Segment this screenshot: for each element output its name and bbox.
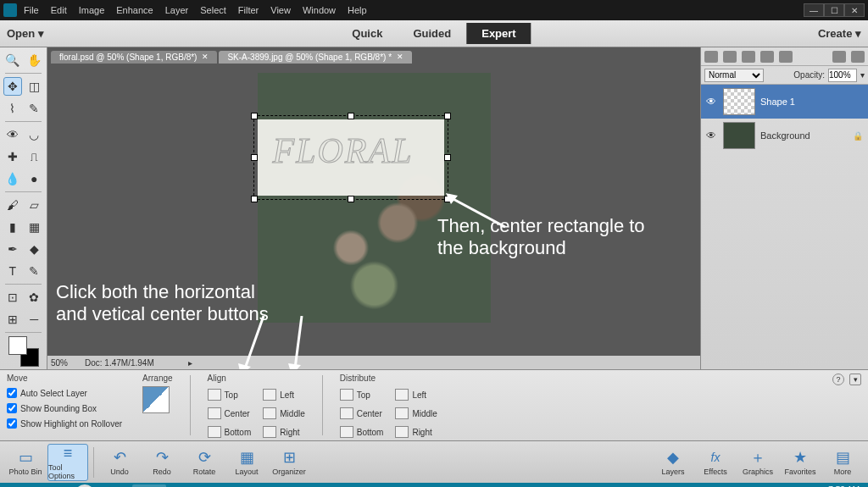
menu-image[interactable]: Image <box>79 5 105 15</box>
menu-layer[interactable]: Layer <box>165 5 189 15</box>
close-button[interactable]: ✕ <box>844 3 865 17</box>
trash-icon[interactable] <box>832 51 846 63</box>
arrange-swatch[interactable] <box>142 386 170 413</box>
eraser-tool[interactable]: ▱ <box>25 196 44 214</box>
clone-tool[interactable]: ⎍ <box>25 147 44 166</box>
mode-guided[interactable]: Guided <box>398 23 466 44</box>
bounding-box-checkbox[interactable] <box>7 403 17 413</box>
menu-enhance[interactable]: Enhance <box>116 5 153 15</box>
titlebar: File Edit Image Enhance Layer Select Fil… <box>0 0 868 20</box>
menu-filter[interactable]: Filter <box>238 5 259 15</box>
eyedropper-tool[interactable]: ✒ <box>3 240 22 258</box>
layout-button[interactable]: ▦Layout <box>226 444 267 481</box>
annotation-1: Then, center rectangle tothe background <box>437 215 645 260</box>
highlight-rollover-checkbox[interactable] <box>7 418 17 429</box>
bucket-tool[interactable]: ▮ <box>3 218 22 236</box>
layers-button[interactable]: ◆Layers <box>653 444 693 481</box>
undo-button[interactable]: ↶Undo <box>99 444 140 481</box>
opacity-dropdown-icon[interactable]: ▾ <box>860 70 865 80</box>
layer-group-icon[interactable] <box>723 51 737 63</box>
align-top-button[interactable] <box>208 389 221 401</box>
align-right-button[interactable] <box>263 426 276 438</box>
menu-view[interactable]: View <box>270 5 291 15</box>
zoom-tool[interactable]: 🔍 <box>3 51 22 69</box>
redeye-tool[interactable]: 👁 <box>3 125 22 144</box>
close-panel-icon[interactable]: ▾ <box>849 374 861 385</box>
new-layer-icon[interactable] <box>704 51 718 63</box>
dist-right-button[interactable] <box>395 426 409 438</box>
healing-tool[interactable]: ✚ <box>3 147 22 166</box>
menu-select[interactable]: Select <box>200 5 226 15</box>
mode-quick[interactable]: Quick <box>337 23 398 44</box>
blend-mode-select[interactable]: Normal <box>704 69 764 82</box>
effects-button[interactable]: fxEffects <box>695 444 736 481</box>
create-button[interactable]: Create ▾ <box>818 27 861 40</box>
tab-sk-a-3899[interactable]: SK-A-3899.jpg @ 50% (Shape 1, RGB/8*) *✕ <box>219 51 412 64</box>
sponge-tool[interactable]: ● <box>25 169 44 188</box>
layer-shape-1[interactable]: 👁 Shape 1 <box>701 85 868 119</box>
menu-file[interactable]: File <box>24 5 39 15</box>
menu-edit[interactable]: Edit <box>51 5 67 15</box>
dist-center-button[interactable] <box>340 407 353 419</box>
dist-top-button[interactable] <box>340 389 353 401</box>
minimize-button[interactable]: — <box>804 3 824 17</box>
recompose-tool[interactable]: ⊞ <box>3 310 22 329</box>
panel-menu-icon[interactable] <box>851 51 865 63</box>
more-button[interactable]: ▤More <box>822 444 863 481</box>
close-icon[interactable]: ✕ <box>202 53 209 61</box>
mode-expert[interactable]: Expert <box>466 23 531 44</box>
option-bar: Open ▾ Quick Guided Expert Create ▾ <box>0 20 868 47</box>
auto-select-checkbox[interactable] <box>7 388 17 398</box>
quick-select-tool[interactable]: ✎ <box>25 99 44 118</box>
canvas[interactable]: FLORAL Then, center rectangle tothe back… <box>47 66 700 356</box>
move-tool[interactable]: ✥ <box>3 77 22 96</box>
align-center-button[interactable] <box>208 407 221 419</box>
menu-window[interactable]: Window <box>303 5 336 15</box>
maximize-button[interactable]: ☐ <box>824 3 844 17</box>
zoom-level[interactable]: 50% <box>51 358 68 368</box>
opacity-label: Opacity: <box>793 70 825 80</box>
tool-options-button[interactable]: ≡Tool Options <box>47 444 88 481</box>
lasso-tool[interactable]: ⌇ <box>3 99 22 118</box>
shape-tool[interactable]: ◆ <box>25 240 44 258</box>
crop-tool[interactable]: ⊡ <box>3 288 22 307</box>
rotate-button[interactable]: ⟳Rotate <box>184 444 225 481</box>
gradient-tool[interactable]: ▦ <box>25 218 44 236</box>
layer-background[interactable]: 👁 Background 🔒 <box>701 119 868 152</box>
favorites-button[interactable]: ★Favorites <box>780 444 821 481</box>
align-bottom-button[interactable] <box>208 426 221 438</box>
marquee-tool[interactable]: ◫ <box>25 77 44 96</box>
color-wells[interactable] <box>8 336 39 367</box>
dist-bottom-button[interactable] <box>340 426 353 438</box>
pencil-tool[interactable]: ✎ <box>25 262 44 280</box>
opacity-input[interactable] <box>828 69 857 82</box>
lock-icon[interactable] <box>760 51 774 63</box>
visibility-icon[interactable]: 👁 <box>706 130 718 141</box>
dist-middle-button[interactable] <box>395 407 409 419</box>
open-button[interactable]: Open ▾ <box>7 27 44 40</box>
help-icon[interactable]: ? <box>832 374 844 385</box>
dist-left-button[interactable] <box>395 389 409 401</box>
menu-help[interactable]: Help <box>348 5 367 15</box>
blur-tool[interactable]: 💧 <box>3 169 22 188</box>
organizer-button[interactable]: ⊞Organizer <box>269 444 309 481</box>
visibility-icon[interactable]: 👁 <box>706 96 718 108</box>
whiten-tool[interactable]: ◡ <box>25 125 44 144</box>
tab-floral[interactable]: floral.psd @ 50% (Shape 1, RGB/8*)✕ <box>51 51 217 64</box>
hand-tool[interactable]: ✋ <box>25 51 44 69</box>
close-icon[interactable]: ✕ <box>397 53 403 61</box>
adjustment-icon[interactable] <box>742 51 755 63</box>
link-icon[interactable] <box>779 51 793 63</box>
brush-tool[interactable]: 🖌 <box>3 196 22 214</box>
photo-bin-button[interactable]: ▭Photo Bin <box>5 444 46 481</box>
tool-name: Move <box>7 374 125 383</box>
redo-button[interactable]: ↷Redo <box>142 444 182 481</box>
text-tool[interactable]: T <box>3 262 22 280</box>
straighten-tool[interactable]: ─ <box>25 310 44 329</box>
selection-bounding-box[interactable] <box>253 115 448 200</box>
bottom-bar: ▭Photo Bin ≡Tool Options ↶Undo ↷Redo ⟳Ro… <box>0 440 868 483</box>
align-left-button[interactable] <box>263 389 276 401</box>
graphics-button[interactable]: ＋Graphics <box>737 444 778 481</box>
cookie-tool[interactable]: ✿ <box>25 288 44 307</box>
align-middle-button[interactable] <box>263 407 276 419</box>
